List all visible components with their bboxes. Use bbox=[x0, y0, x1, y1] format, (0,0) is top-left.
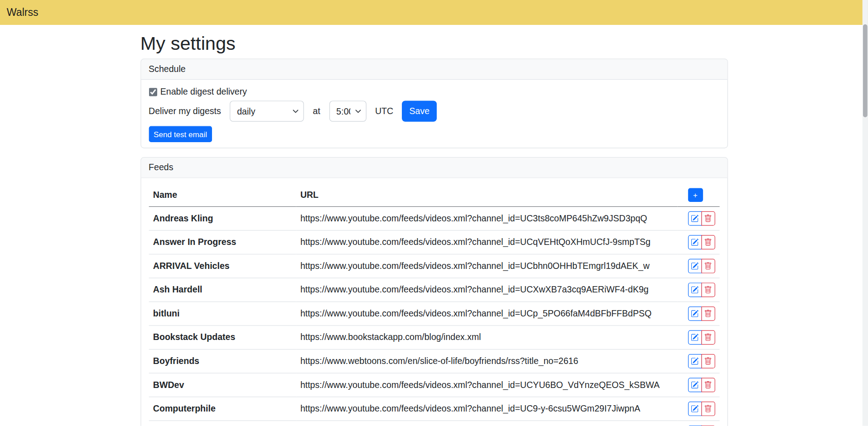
brand-link[interactable]: Walrss bbox=[7, 6, 39, 19]
feed-name: Answer In Progress bbox=[149, 230, 296, 254]
at-label: at bbox=[313, 106, 320, 116]
trash-icon bbox=[704, 334, 712, 341]
edit-feed-button[interactable] bbox=[688, 378, 702, 392]
time-select[interactable]: 5:00 bbox=[329, 101, 366, 122]
feed-actions-group bbox=[688, 259, 715, 273]
feed-url: https://www.youtube.com/feeds/videos.xml… bbox=[296, 278, 677, 302]
delete-feed-button[interactable] bbox=[701, 354, 715, 369]
edit-icon bbox=[691, 381, 699, 389]
edit-feed-button[interactable] bbox=[688, 402, 702, 416]
edit-icon bbox=[691, 334, 699, 341]
scrollbar[interactable] bbox=[863, 0, 868, 426]
feed-url: https://www.webtoons.com/en/slice-of-lif… bbox=[296, 349, 677, 373]
send-test-email-button[interactable]: Send test email bbox=[149, 126, 212, 142]
scrollbar-thumb[interactable] bbox=[863, 24, 868, 117]
edit-icon bbox=[691, 262, 699, 270]
trash-icon bbox=[704, 286, 712, 294]
feed-url: https://www.youtube.com/feeds/videos.xml… bbox=[296, 254, 677, 278]
feed-actions-cell bbox=[677, 325, 719, 349]
feed-actions-group bbox=[688, 306, 715, 321]
feed-actions-group bbox=[688, 330, 715, 345]
edit-feed-button[interactable] bbox=[688, 235, 702, 249]
enable-digest-row: Enable digest delivery bbox=[149, 86, 719, 97]
feeds-table-body: Andreas Kling https://www.youtube.com/fe… bbox=[149, 206, 719, 426]
page-title: My settings bbox=[140, 33, 728, 54]
deliver-label: Deliver my digests bbox=[149, 106, 221, 116]
table-row: BWDev https://www.youtube.com/feeds/vide… bbox=[149, 373, 719, 397]
browser-viewport: Walrss My settings Schedule Enable diges… bbox=[0, 0, 868, 426]
feed-actions-cell bbox=[677, 349, 719, 373]
feed-actions-group bbox=[688, 235, 715, 249]
trash-icon bbox=[704, 239, 712, 246]
feed-actions-cell bbox=[677, 230, 719, 254]
timezone-label: UTC bbox=[375, 106, 393, 116]
edit-icon bbox=[691, 286, 699, 294]
save-button[interactable]: Save bbox=[402, 101, 437, 122]
feed-url: https://www.youtube.com/feeds/videos.xml… bbox=[296, 397, 677, 421]
table-row: Bookstack Updates https://www.bookstacka… bbox=[149, 325, 719, 349]
feed-actions-group bbox=[688, 283, 715, 297]
trash-icon bbox=[704, 381, 712, 389]
feeds-card-header: Feeds bbox=[141, 158, 727, 178]
edit-icon bbox=[691, 310, 699, 317]
schedule-card: Schedule Enable digest delivery Deliver … bbox=[140, 59, 728, 148]
enable-digest-checkbox[interactable] bbox=[149, 88, 157, 96]
feed-name: Boyfriends bbox=[149, 349, 296, 373]
table-row: bitluni https://www.youtube.com/feeds/vi… bbox=[149, 302, 719, 326]
delete-feed-button[interactable] bbox=[701, 306, 715, 321]
feed-actions-cell bbox=[677, 254, 719, 278]
table-row: Computerphile https://www.youtube.com/fe… bbox=[149, 397, 719, 421]
feed-name: Ash Hardell bbox=[149, 278, 296, 302]
feed-actions-cell bbox=[677, 278, 719, 302]
feed-name: Computerphile bbox=[149, 397, 296, 421]
edit-feed-button[interactable] bbox=[688, 354, 702, 369]
trash-icon bbox=[704, 262, 712, 270]
main-content: My settings Schedule Enable digest deliv… bbox=[140, 33, 728, 426]
feed-url: https://www.bookstackapp.com/blog/index.… bbox=[296, 325, 677, 349]
table-row: Boyfriends https://www.webtoons.com/en/s… bbox=[149, 349, 719, 373]
feed-url: https://www.youtube.com/feeds/videos.xml… bbox=[296, 230, 677, 254]
delete-feed-button[interactable] bbox=[701, 283, 715, 297]
delete-feed-button[interactable] bbox=[701, 235, 715, 249]
delete-feed-button[interactable] bbox=[701, 211, 715, 226]
enable-digest-label[interactable]: Enable digest delivery bbox=[160, 86, 247, 97]
edit-feed-button[interactable] bbox=[688, 330, 702, 345]
edit-icon bbox=[691, 357, 699, 365]
delete-feed-button[interactable] bbox=[701, 402, 715, 416]
feed-actions-group bbox=[688, 354, 715, 369]
edit-icon bbox=[691, 405, 699, 413]
feed-url: https://www.youtube.com/feeds/videos.xml… bbox=[296, 206, 677, 230]
table-row: ARRIVAL Vehicles https://www.youtube.com… bbox=[149, 254, 719, 278]
column-header-name: Name bbox=[149, 184, 296, 207]
feed-url: https://www.youtube.com/feeds/videos.xml… bbox=[296, 421, 677, 426]
feed-actions-cell bbox=[677, 373, 719, 397]
edit-icon bbox=[691, 215, 699, 222]
delete-feed-button[interactable] bbox=[701, 378, 715, 392]
table-row: Answer In Progress https://www.youtube.c… bbox=[149, 230, 719, 254]
frequency-select[interactable]: daily bbox=[230, 101, 304, 122]
trash-icon bbox=[704, 357, 712, 365]
feeds-card-body: Name URL + Andreas Kling https://www.you… bbox=[141, 178, 727, 426]
feed-name: BWDev bbox=[149, 373, 296, 397]
edit-feed-button[interactable] bbox=[688, 306, 702, 321]
trash-icon bbox=[704, 215, 712, 222]
edit-feed-button[interactable] bbox=[688, 259, 702, 273]
edit-feed-button[interactable] bbox=[688, 283, 702, 297]
trash-icon bbox=[704, 405, 712, 413]
table-row: Fireship https://www.youtube.com/feeds/v… bbox=[149, 421, 719, 426]
edit-icon bbox=[691, 239, 699, 246]
delete-feed-button[interactable] bbox=[701, 330, 715, 345]
feed-url: https://www.youtube.com/feeds/videos.xml… bbox=[296, 373, 677, 397]
feed-name: Fireship bbox=[149, 421, 296, 426]
feed-name: bitluni bbox=[149, 302, 296, 326]
time-select-wrap: 5:00 bbox=[329, 101, 366, 122]
feed-name: ARRIVAL Vehicles bbox=[149, 254, 296, 278]
feed-name: Andreas Kling bbox=[149, 206, 296, 230]
schedule-card-header: Schedule bbox=[141, 59, 727, 80]
add-feed-button[interactable]: + bbox=[688, 188, 703, 202]
column-header-url: URL bbox=[296, 184, 677, 207]
delete-feed-button[interactable] bbox=[701, 259, 715, 273]
feeds-table-header-row: Name URL + bbox=[149, 184, 719, 207]
edit-feed-button[interactable] bbox=[688, 211, 702, 226]
delivery-controls-row: Deliver my digests daily at 5:00 bbox=[149, 101, 719, 122]
